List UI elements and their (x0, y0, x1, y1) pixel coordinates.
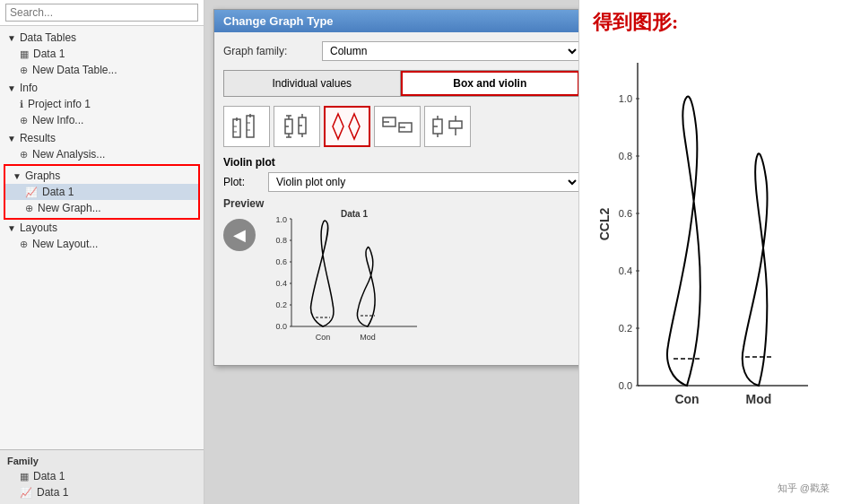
section-layouts: ▼ Layouts ⊕ New Layout... (0, 220, 204, 252)
table-icon: ▦ (20, 48, 29, 60)
section-label-data-tables: Data Tables (20, 31, 76, 44)
right-panel: 得到图形: CCL2 0.0 0.2 0.4 0.6 0.8 1.0 (578, 0, 843, 504)
svg-text:Con: Con (316, 333, 331, 342)
preview-area: ◀ 0.0 0.2 0.4 0.6 0.8 1.0 (223, 210, 578, 356)
section-data-tables: ▼ Data Tables ▦ Data 1 ⊕ New Data Table.… (0, 30, 204, 78)
family-item-label: Data 1 (37, 486, 68, 499)
tree-item-new-analysis[interactable]: ⊕ New Analysis... (0, 146, 204, 162)
section-header-data-tables[interactable]: ▼ Data Tables (0, 30, 204, 46)
dialog-body: Graph family: Column Individual values B… (214, 32, 578, 365)
svg-text:Con: Con (674, 392, 699, 406)
add-icon: ⊕ (20, 239, 28, 250)
svg-text:0.6: 0.6 (619, 208, 632, 219)
section-header-results[interactable]: ▼ Results (0, 130, 204, 146)
dialog-area: Change Graph Type Graph family: Column I… (204, 0, 578, 504)
info-icon: ℹ (20, 99, 23, 110)
tree-item-new-layout[interactable]: ⊕ New Layout... (0, 236, 204, 252)
family-label: Family (0, 454, 204, 468)
add-icon: ⊕ (20, 65, 28, 76)
svg-text:0.6: 0.6 (275, 257, 287, 266)
section-header-graphs[interactable]: ▼ Graphs (5, 168, 198, 184)
family-item-data1-table[interactable]: ▦ Data 1 (0, 468, 204, 484)
section-graphs: ▼ Graphs 📈 Data 1 ⊕ New Graph... (4, 164, 200, 220)
graph-type-violin-icon (329, 110, 365, 143)
svg-text:0.2: 0.2 (619, 323, 632, 334)
tree-item-project-info[interactable]: ℹ Project info 1 (0, 96, 204, 112)
tree-item-new-info[interactable]: ⊕ New Info... (0, 112, 204, 128)
preview-chart: 0.0 0.2 0.4 0.6 0.8 1.0 (265, 210, 578, 356)
violin-section-label: Violin plot (223, 156, 578, 169)
tab-box-violin[interactable]: Box and violin (401, 71, 579, 96)
tree-item-data1-graph[interactable]: 📈 Data 1 (5, 184, 198, 200)
preview-label: Preview (223, 197, 578, 210)
tree-item-new-data-table[interactable]: ⊕ New Data Table... (0, 62, 204, 78)
back-button[interactable]: ◀ (223, 219, 256, 251)
section-label-graphs: Graphs (25, 169, 60, 182)
add-icon: ⊕ (25, 203, 33, 214)
family-item-data1-graph[interactable]: 📈 Data 1 (0, 484, 204, 500)
graph-icon: 📈 (20, 487, 32, 499)
graph-family-label: Graph family: (223, 45, 322, 57)
expand-arrow: ▼ (7, 223, 16, 233)
search-input[interactable] (5, 4, 198, 22)
expand-arrow: ▼ (7, 33, 16, 43)
svg-text:Mod: Mod (360, 333, 376, 342)
change-graph-type-dialog: Change Graph Type Graph family: Column I… (213, 9, 578, 366)
section-label-layouts: Layouts (20, 222, 57, 234)
svg-text:CCL2: CCL2 (597, 208, 612, 241)
svg-text:0.4: 0.4 (275, 279, 287, 288)
dialog-title: Change Graph Type (214, 10, 578, 32)
tree-item-label: Data 1 (33, 48, 65, 60)
expand-arrow: ▼ (13, 171, 22, 181)
tree-item-label: New Graph... (38, 202, 101, 214)
preview-violin-chart: 0.0 0.2 0.4 0.6 0.8 1.0 (265, 210, 426, 353)
graph-family-select[interactable]: Column (322, 41, 578, 61)
graph-type-box-icon (279, 110, 315, 143)
violin-plot-select[interactable]: Violin plot only (268, 172, 578, 192)
section-header-info[interactable]: ▼ Info (0, 80, 204, 96)
graph-icon: 📈 (25, 187, 38, 198)
family-item-label: Data 1 (33, 470, 65, 482)
expand-arrow: ▼ (7, 83, 16, 93)
tree-item-label: Project info 1 (28, 98, 91, 110)
tabs-row: Individual values Box and violin (223, 70, 578, 97)
svg-rect-26 (449, 121, 462, 128)
tree-item-label: New Analysis... (32, 148, 105, 161)
graph-type-box[interactable] (274, 106, 320, 147)
graph-type-bars[interactable] (223, 106, 270, 147)
section-info: ▼ Info ℹ Project info 1 ⊕ New Info... (0, 80, 204, 128)
graph-type-lines[interactable] (374, 106, 421, 147)
graph-type-lines-icon (379, 110, 415, 143)
section-header-layouts[interactable]: ▼ Layouts (0, 220, 204, 236)
right-violin-chart: CCL2 0.0 0.2 0.4 0.6 0.8 1.0 Con (593, 45, 830, 439)
add-icon: ⊕ (20, 149, 28, 161)
tree-item-label: New Layout... (32, 238, 98, 250)
family-section: Family ▦ Data 1 📈 Data 1 (0, 449, 204, 504)
graph-type-bars-icon (229, 110, 265, 143)
svg-text:1.0: 1.0 (275, 215, 287, 224)
graph-types-grid (223, 106, 578, 147)
svg-text:0.0: 0.0 (619, 380, 632, 391)
right-chart-container: CCL2 0.0 0.2 0.4 0.6 0.8 1.0 Con (593, 45, 830, 478)
svg-text:0.8: 0.8 (275, 236, 287, 245)
search-box[interactable] (0, 0, 204, 26)
tab-individual-values[interactable]: Individual values (224, 71, 401, 96)
tree-item-label: Data 1 (42, 186, 74, 198)
svg-text:Data 1: Data 1 (341, 210, 368, 219)
violin-section: Violin plot Plot: Violin plot only (223, 156, 578, 192)
graph-type-violin[interactable] (324, 106, 370, 147)
tree-item-data1-table[interactable]: ▦ Data 1 (0, 46, 204, 62)
plot-label: Plot: (223, 176, 268, 188)
add-icon: ⊕ (20, 115, 28, 126)
graph-type-combo[interactable] (424, 106, 471, 147)
tree-item-new-graph[interactable]: ⊕ New Graph... (5, 200, 198, 216)
svg-text:Mod: Mod (746, 392, 772, 406)
section-results: ▼ Results ⊕ New Analysis... (0, 130, 204, 162)
svg-rect-0 (233, 119, 240, 137)
expand-arrow: ▼ (7, 134, 16, 143)
svg-rect-3 (247, 116, 254, 137)
sidebar-tree: ▼ Data Tables ▦ Data 1 ⊕ New Data Table.… (0, 26, 204, 449)
section-label-results: Results (20, 132, 56, 144)
svg-text:0.4: 0.4 (619, 265, 632, 276)
violin-plot-row: Plot: Violin plot only (223, 172, 578, 192)
